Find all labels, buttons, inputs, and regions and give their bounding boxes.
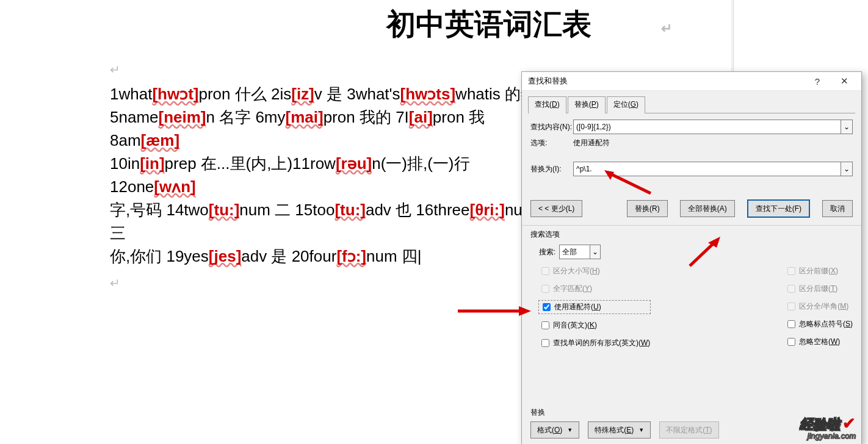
check-icon: ✔ — [842, 414, 856, 432]
chevron-down-icon[interactable]: ⌄ — [590, 245, 600, 259]
check-prefix: 区分前缀(X) — [785, 265, 853, 277]
check-width: 区分全/半角(M) — [785, 301, 853, 312]
options-value: 使用通配符 — [573, 138, 610, 148]
search-direction-value: 全部 — [562, 247, 577, 257]
chevron-down-icon[interactable]: ⌄ — [841, 120, 852, 134]
find-next-button[interactable]: 查找下一处(F) — [747, 199, 810, 218]
tab-goto[interactable]: 定位(G) — [607, 96, 645, 113]
dialog-buttons: < < 更少(L) 替换(R) 全部替换(A) 查找下一处(F) 取消 — [522, 195, 861, 224]
check-sounds-like[interactable]: 同音(英文)(K) — [539, 320, 650, 331]
chevron-down-icon[interactable]: ⌄ — [841, 162, 852, 176]
replace-all-button[interactable]: 全部替换(A) — [680, 200, 735, 217]
cancel-button[interactable]: 取消 — [822, 200, 853, 217]
find-label: 查找内容(N): — [530, 122, 573, 132]
tab-replace[interactable]: 替换(P) — [568, 96, 606, 113]
dialog-title: 查找和替换 — [528, 76, 804, 87]
check-ignore-space[interactable]: 忽略空格(W) — [785, 336, 853, 348]
check-ignore-punct[interactable]: 忽略标点符号(S) — [785, 318, 853, 330]
no-format-button: 不限定格式(T) — [659, 421, 718, 439]
chevron-down-icon: ▼ — [567, 427, 573, 433]
tabs: 查找(D) 替换(P) 定位(G) — [522, 91, 861, 113]
close-button[interactable]: ✕ — [831, 74, 858, 88]
dialog-titlebar[interactable]: 查找和替换 ? ✕ — [522, 72, 861, 91]
watermark-url: jingyanla.com — [800, 431, 856, 440]
check-match-case: 区分大小写(H) — [539, 265, 650, 277]
replace-input[interactable]: ^p\1. ⌄ — [573, 162, 853, 176]
help-button[interactable]: ? — [804, 74, 831, 88]
find-input[interactable]: ([0-9]{1,2}) ⌄ — [573, 120, 853, 134]
check-whole-word: 全字匹配(Y) — [539, 283, 650, 295]
replace-value: ^p\1. — [576, 165, 592, 173]
less-button[interactable]: < < 更少(L) — [530, 200, 582, 217]
search-options-label: 搜索选项 — [522, 225, 861, 242]
search-direction-label: 搜索: — [539, 247, 555, 257]
replace-label: 替换为(I): — [530, 164, 573, 174]
search-options: 搜索: 全部 ⌄ 区分大小写(H) 全字匹配(Y) 使用通配符(U) 同音(英文… — [522, 242, 861, 359]
replace-button[interactable]: 替换(R) — [627, 200, 668, 217]
check-suffix: 区分后缀(T) — [785, 283, 853, 295]
find-value: ([0-9]{1,2}) — [576, 123, 611, 131]
document-body[interactable]: 1what[hwɔt]pron 什么 2is[iz]v 是 3what's[hw… — [110, 83, 537, 268]
special-format-button[interactable]: 特殊格式(E)▼ — [588, 421, 651, 439]
options-label: 选项: — [530, 138, 573, 148]
chevron-down-icon: ▼ — [638, 427, 644, 433]
tab-find[interactable]: 查找(D) — [528, 96, 566, 113]
page-title: 初中英语词汇表 ↵ — [257, 0, 721, 44]
format-button[interactable]: 格式(O)▼ — [530, 421, 579, 439]
find-replace-dialog: 查找和替换 ? ✕ 查找(D) 替换(P) 定位(G) 查找内容(N): ([0… — [521, 71, 862, 444]
check-all-forms[interactable]: 查找单词的所有形式(英文)(W) — [539, 337, 650, 349]
check-use-wildcards[interactable]: 使用通配符(U) — [539, 301, 650, 313]
paragraph-mark-icon: ↵ — [661, 21, 672, 37]
watermark: 经验啦✔ jingyanla.com — [800, 414, 856, 440]
title-text: 初中英语词汇表 — [386, 8, 591, 40]
dialog-content: 查找内容(N): ([0-9]{1,2}) ⌄ 选项: 使用通配符 替换为(I)… — [522, 113, 861, 195]
search-direction-select[interactable]: 全部 ⌄ — [559, 245, 601, 259]
